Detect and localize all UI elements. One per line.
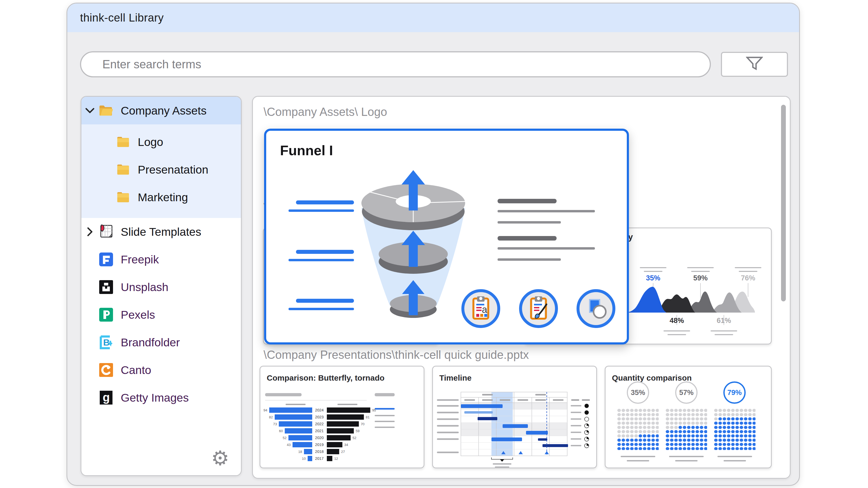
folder-icon: [116, 134, 131, 150]
svg-text:43: 43: [287, 443, 291, 447]
sidebar-item-label: Logo: [138, 135, 163, 149]
sidebar-item-label: Slide Templates: [121, 225, 201, 238]
card-title: Timeline: [439, 373, 471, 383]
paste-layout-format-button[interactable]: [519, 289, 558, 328]
funnel-filter-icon: [746, 56, 763, 72]
clipboard-text-icon: a: [468, 295, 494, 322]
svg-text:52: 52: [283, 436, 286, 440]
chevron-right-icon[interactable]: [82, 227, 98, 236]
percent-circle: 35%: [627, 382, 649, 404]
sidebar-item-canto[interactable]: Canto: [82, 356, 241, 384]
peak-label: 61%: [717, 317, 731, 325]
svg-text:94: 94: [264, 408, 267, 412]
sidebar-item-logo[interactable]: Logo: [82, 128, 241, 156]
sidebar-item-pexels[interactable]: Pexels: [82, 301, 241, 328]
butterfly-chart: 9495202482812023737020226059202152522020…: [260, 390, 425, 468]
breadcrumb-quick-guide: \Company Presentations\think-cell quick …: [264, 348, 529, 361]
caption-line: [627, 460, 649, 461]
card-title: Quantity comparison: [612, 373, 692, 383]
sidebar-item-presenatation[interactable]: Presenatation: [82, 156, 241, 184]
svg-text:73: 73: [273, 422, 277, 426]
svg-text:52: 52: [352, 436, 356, 440]
vertical-scrollbar-thumb[interactable]: [781, 105, 786, 301]
sidebar-item-label: Freepik: [121, 253, 159, 266]
breadcrumb-company-assets-logo: \Company Assets\ Logo: [264, 105, 387, 119]
waffle-grid: [665, 409, 707, 450]
svg-text:34: 34: [344, 443, 348, 447]
svg-text:60: 60: [279, 429, 283, 433]
screen: think-cell Library Com: [0, 0, 868, 488]
open-folder-icon: [98, 103, 114, 118]
paste-shapes-button[interactable]: [577, 289, 615, 328]
sidebar-item-label: Brandfolder: [121, 336, 180, 349]
slide-templates-icon: [98, 224, 114, 239]
svg-text:95: 95: [372, 408, 376, 412]
svg-text:2019: 2019: [315, 443, 323, 447]
sidebar-item-label: Unsplash: [121, 281, 168, 294]
filter-button[interactable]: [721, 52, 788, 77]
clipboard-brush-icon: [526, 295, 551, 322]
svg-text:82: 82: [269, 415, 273, 419]
svg-text:27: 27: [341, 450, 345, 454]
sidebar-item-brandfolder[interactable]: B Brandfolder: [82, 328, 241, 356]
peak-label: 59%: [693, 274, 708, 282]
window-title: think-cell Library: [80, 3, 164, 32]
unsplash-icon: [98, 279, 114, 295]
caption-line: [669, 456, 704, 457]
library-window: think-cell Library Com: [66, 3, 800, 486]
caption-line: [717, 456, 752, 457]
waffle-grid: [617, 409, 659, 450]
pexels-icon: [98, 307, 114, 322]
percent-circle-highlighted: 79%: [723, 382, 746, 404]
folder-icon: [116, 162, 131, 177]
peak-label: 48%: [670, 317, 684, 325]
chevron-down-icon[interactable]: [82, 108, 98, 113]
getty-images-icon: g: [98, 390, 114, 405]
timeline-gantt: [433, 389, 597, 468]
svg-text:a: a: [482, 304, 488, 315]
svg-text:10: 10: [302, 457, 306, 461]
sidebar-item-label: Company Assets: [121, 104, 207, 117]
search-input[interactable]: [80, 51, 711, 77]
timeline-thumbnail-card[interactable]: Timeline: [432, 366, 597, 468]
titlebar: think-cell Library: [67, 3, 799, 32]
svg-text:2018: 2018: [315, 450, 323, 454]
funnel-diagram: [266, 131, 627, 343]
percent-circle: 57%: [675, 382, 698, 404]
paste-layout-text-button[interactable]: a: [461, 289, 500, 328]
svg-text:2023: 2023: [315, 415, 323, 419]
svg-text:18: 18: [299, 450, 302, 454]
sidebar-item-unsplash[interactable]: Unsplash: [82, 273, 241, 301]
svg-text:2022: 2022: [315, 422, 323, 426]
sidebar: Company Assets Logo Presenatation: [81, 96, 242, 476]
gear-icon[interactable]: ⚙: [211, 448, 229, 468]
svg-text:12: 12: [334, 457, 338, 461]
sidebar-item-slide-templates[interactable]: Slide Templates: [82, 218, 241, 246]
sidebar-item-label: Marketing: [138, 191, 188, 204]
caption-line: [723, 460, 746, 461]
sidebar-item-marketing[interactable]: Marketing: [82, 184, 241, 211]
brandfolder-icon: B: [98, 335, 114, 350]
caption-line: [675, 460, 698, 461]
shapes-icon: [583, 295, 609, 322]
waffle-grid: [714, 409, 755, 450]
sidebar-item-company-assets[interactable]: Company Assets: [82, 97, 241, 124]
caption-line: [621, 456, 655, 457]
svg-text:2024: 2024: [315, 408, 323, 412]
funnel-preview-popup[interactable]: Funnel I: [264, 129, 629, 345]
peak-label: 35%: [646, 274, 660, 282]
waffle-thumbnail-card[interactable]: Quantity comparison 35% 57% 79%: [605, 366, 772, 468]
folder-icon: [116, 190, 131, 205]
library-content-panel: \Company Assets\ Logo \C y: [252, 96, 790, 479]
sidebar-item-freepik[interactable]: Freepik: [82, 246, 241, 273]
sidebar-item-label: Getty Images: [121, 391, 189, 404]
svg-text:2020: 2020: [315, 436, 323, 440]
sidebar-item-label: Pexels: [121, 308, 155, 321]
svg-text:B: B: [103, 337, 110, 348]
sidebar-item-label: Canto: [121, 364, 151, 377]
canto-icon: [98, 362, 114, 378]
sidebar-item-getty-images[interactable]: g Getty Images: [82, 384, 241, 412]
svg-text:70: 70: [361, 422, 364, 426]
butterfly-thumbnail-card[interactable]: Comparison: Butterfly, tornado 949520248…: [259, 366, 425, 468]
sidebar-subfolder-group: Logo Presenatation Marketing: [82, 124, 241, 218]
